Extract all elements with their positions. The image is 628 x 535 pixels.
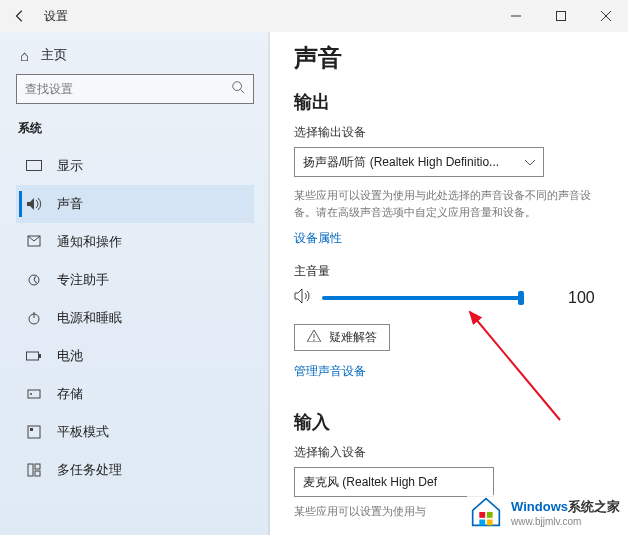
sidebar-item-multitasking[interactable]: 多任务处理 [16,451,254,489]
output-device-select[interactable]: 扬声器/听筒 (Realtek High Definitio... [294,147,544,177]
window-controls [493,0,628,32]
volume-slider[interactable] [322,296,522,300]
input-heading: 输入 [294,410,604,434]
svg-rect-19 [35,471,40,476]
titlebar: 设置 [0,0,628,32]
sidebar-item-display[interactable]: 显示 [16,147,254,185]
sidebar-item-focus-assist[interactable]: 专注助手 [16,261,254,299]
arrow-left-icon [13,9,27,23]
sidebar-item-battery[interactable]: 电池 [16,337,254,375]
sidebar-item-label: 专注助手 [57,271,109,289]
maximize-button[interactable] [538,0,583,32]
close-button[interactable] [583,0,628,32]
sidebar-item-storage[interactable]: 存储 [16,375,254,413]
speaker-icon[interactable] [294,288,312,308]
svg-rect-15 [28,426,40,438]
sidebar-item-power[interactable]: 电源和睡眠 [16,299,254,337]
output-select-label: 选择输出设备 [294,124,604,141]
window-title: 设置 [40,8,68,25]
output-device-value: 扬声器/听筒 (Realtek High Definitio... [303,154,499,171]
svg-point-21 [313,339,315,341]
slider-thumb[interactable] [518,291,524,305]
notifications-icon [25,235,43,249]
tablet-icon [25,425,43,439]
wm-brand: Windows [511,499,568,514]
svg-point-14 [30,393,32,395]
back-button[interactable] [0,9,40,23]
close-icon [601,11,611,21]
sidebar-item-notifications[interactable]: 通知和操作 [16,223,254,261]
svg-rect-16 [30,428,33,431]
home-link[interactable]: ⌂ 主页 [16,40,254,74]
volume-row: 100 [294,288,604,308]
device-properties-link[interactable]: 设备属性 [294,230,342,247]
minimize-icon [511,11,521,21]
sidebar-item-label: 通知和操作 [57,233,122,251]
svg-rect-13 [28,390,40,398]
content-pane: 声音 输出 选择输出设备 扬声器/听筒 (Realtek High Defini… [270,32,628,535]
page-title: 声音 [294,42,604,74]
output-description: 某些应用可以设置为使用与此处选择的声音设备不同的声音设备。请在高级声音选项中自定… [294,187,604,220]
output-heading: 输出 [294,90,604,114]
sidebar-item-label: 显示 [57,157,83,175]
svg-rect-11 [27,352,39,360]
manage-sound-link[interactable]: 管理声音设备 [294,363,366,380]
svg-line-5 [241,90,245,94]
troubleshoot-button[interactable]: 疑难解答 [294,324,390,351]
house-logo-icon [469,497,503,527]
battery-icon [25,351,43,361]
focus-icon [25,273,43,287]
volume-value: 100 [568,289,595,307]
wm-url: www.bjjmlv.com [511,516,620,527]
search-box[interactable] [16,74,254,104]
power-icon [25,311,43,325]
sidebar: ⌂ 主页 系统 显示 声音 通知和操作 专注助手 电源和睡眠 [0,32,270,535]
svg-rect-1 [556,12,565,21]
svg-rect-26 [487,520,493,526]
troubleshoot-label: 疑难解答 [329,329,377,346]
svg-rect-24 [487,512,493,518]
search-icon [231,80,245,98]
volume-label: 主音量 [294,263,604,280]
sidebar-item-label: 存储 [57,385,83,403]
svg-rect-25 [479,520,485,526]
wm-brand-zh: 系统之家 [568,499,620,514]
input-device-select[interactable]: 麦克风 (Realtek High Def [294,467,494,497]
input-device-value: 麦克风 (Realtek High Def [303,474,437,491]
watermark: Windows系统之家 www.bjjmlv.com [467,495,622,529]
chevron-down-icon [525,155,535,169]
maximize-icon [556,11,566,21]
sidebar-item-label: 声音 [57,195,83,213]
svg-rect-18 [35,464,40,469]
sidebar-item-label: 电池 [57,347,83,365]
svg-rect-6 [27,161,42,171]
multitask-icon [25,463,43,477]
minimize-button[interactable] [493,0,538,32]
search-input[interactable] [25,82,231,96]
svg-rect-17 [28,464,33,476]
display-icon [25,160,43,172]
home-icon: ⌂ [20,47,29,64]
sidebar-item-label: 电源和睡眠 [57,309,122,327]
nav-group-title: 系统 [16,116,254,147]
svg-rect-12 [39,354,41,358]
sound-icon [25,197,43,211]
warning-icon [307,330,321,345]
storage-icon [25,387,43,401]
input-select-label: 选择输入设备 [294,444,604,461]
sidebar-item-tablet[interactable]: 平板模式 [16,413,254,451]
sidebar-item-label: 平板模式 [57,423,109,441]
svg-rect-23 [479,512,485,518]
home-label: 主页 [41,46,67,64]
sidebar-item-label: 多任务处理 [57,461,122,479]
sidebar-item-sound[interactable]: 声音 [16,185,254,223]
svg-point-4 [233,82,242,91]
